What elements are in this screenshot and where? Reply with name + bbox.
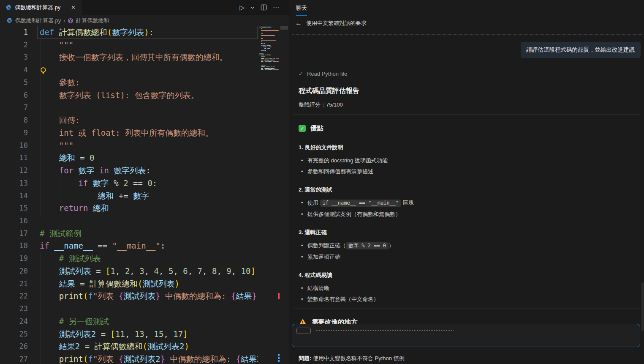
subsection-heading: 4. 程式碼易讀 xyxy=(299,271,640,279)
line-number: 21 xyxy=(0,278,28,290)
minimap-line-mark xyxy=(263,47,264,47)
symbol-method-icon xyxy=(68,18,73,24)
code-line[interactable]: 2 """ xyxy=(0,39,258,52)
minimap-line-mark xyxy=(270,47,271,47)
code-line[interactable]: 8 回傳: xyxy=(0,114,258,127)
code-line[interactable]: 24 # 另一個測試 xyxy=(0,315,258,328)
minimap-line-mark xyxy=(271,47,272,47)
code-line[interactable]: 25 測試列表2 = [11, 13, 15, 17] xyxy=(0,328,258,341)
minimap-line-mark xyxy=(275,68,275,69)
minimap[interactable] xyxy=(258,26,280,364)
chat-input-box[interactable] xyxy=(292,324,640,347)
code-text: """ xyxy=(40,39,73,52)
minimap-line-mark xyxy=(274,60,274,60)
code-text: 測試列表 = [1, 2, 3, 4, 5, 6, 7, 8, 9, 10] xyxy=(40,265,255,278)
minimap-line-mark xyxy=(261,35,275,36)
overview-ruler[interactable] xyxy=(280,26,289,364)
minimap-line-mark xyxy=(261,69,263,70)
code-text: 測試列表2 = [11, 13, 15, 17] xyxy=(40,328,188,341)
thread-title[interactable]: 使用中文繁體對話的要求 xyxy=(306,19,367,27)
minimap-line-mark xyxy=(261,68,263,69)
back-arrow-icon[interactable]: ← xyxy=(295,20,302,27)
chat-scrollbar[interactable] xyxy=(641,282,644,331)
code-line[interactable]: 5 參數: xyxy=(0,77,258,89)
editor-pane: 偶數總和計算器.py ✕ ▷ ⋯ 偶數總和計算器.py › 計算偶數總和 xyxy=(0,0,289,364)
overview-info-mark xyxy=(278,354,280,356)
section-divider xyxy=(293,115,640,115)
inline-code: if __name__ == "__main__" xyxy=(320,200,402,207)
minimap-line-mark xyxy=(271,68,274,69)
code-line[interactable]: 14 總和 += 數字 xyxy=(0,190,258,203)
run-dropdown-chevron-icon[interactable] xyxy=(250,5,255,10)
code-line[interactable]: 26 結果2 = 計算偶數總和(測試列表2) xyxy=(0,340,258,353)
code-line[interactable]: 27 print(f"列表 {測試列表2} 中偶數的總和為: {結果2}") xyxy=(0,353,258,364)
code-text: 結果2 = 計算偶數總和(測試列表2) xyxy=(40,340,189,353)
code-line[interactable]: 15 return 總和 xyxy=(0,202,258,215)
text: 有完整的 docstring 說明函式功能 xyxy=(307,157,388,164)
line-number: 23 xyxy=(0,303,28,315)
code-line[interactable]: 12 for 數字 in 數字列表: xyxy=(0,164,258,177)
minimap-line-mark xyxy=(264,43,265,44)
tab-chat[interactable]: 聊天 xyxy=(296,4,307,16)
code-line[interactable]: 3 接收一個數字列表，回傳其中所有偶數的總和。 xyxy=(0,51,258,64)
lightbulb-icon[interactable] xyxy=(40,67,47,75)
code-line[interactable]: 1def 計算偶數總和(數字列表): xyxy=(0,26,258,39)
code-text: if 數字 % 2 == 0: xyxy=(40,177,157,190)
editor-tab-bar: 偶數總和計算器.py ✕ ▷ ⋯ xyxy=(0,0,289,15)
code-line[interactable]: 19 # 測試列表 xyxy=(0,252,258,265)
breadcrumb-symbol[interactable]: 計算偶數總和 xyxy=(76,17,109,25)
minimap-line-mark xyxy=(264,50,266,51)
minimap-line-mark xyxy=(269,66,270,67)
minimap-line-mark xyxy=(265,61,267,62)
bold-label: 問題: xyxy=(299,355,311,361)
add-context-pill[interactable] xyxy=(296,328,311,334)
code-line[interactable]: 6 數字列表 (list): 包含數字的列表。 xyxy=(0,89,258,102)
code-line[interactable]: 23 xyxy=(0,303,258,315)
python-file-icon xyxy=(5,4,12,11)
minimap-line-mark xyxy=(273,61,279,62)
code-line[interactable]: 21 結果 = 計算偶數總和(測試列表) xyxy=(0,278,258,290)
minimap-line-mark xyxy=(261,61,263,62)
chat-thread-header: ← 使用中文繁體對話的要求 xyxy=(295,19,367,27)
code-text: 參數: xyxy=(40,77,80,89)
tab-label: 偶數總和計算器.py xyxy=(15,4,60,11)
code-line[interactable]: 10 """ xyxy=(0,140,258,152)
breadcrumb-file[interactable]: 偶數總和計算器.py xyxy=(15,17,61,25)
more-actions-icon[interactable]: ⋯ xyxy=(273,4,280,11)
code-line[interactable]: 7 xyxy=(0,101,258,114)
minimap-line-mark xyxy=(278,58,279,59)
code-line[interactable]: 17# 測試範例 xyxy=(0,227,258,240)
code-line[interactable]: 4 xyxy=(0,64,258,77)
list-item: 使用 if __name__ == "__main__" 區塊 xyxy=(299,199,640,207)
code-line[interactable]: 13 if 數字 % 2 == 0: xyxy=(0,177,258,190)
tab-python-file[interactable]: 偶數總和計算器.py ✕ xyxy=(0,0,82,15)
code-line[interactable]: 18if __name__ == "__main__": xyxy=(0,240,258,252)
tab-close-icon[interactable]: ✕ xyxy=(70,4,77,11)
code-editor[interactable]: 1def 計算偶數總和(數字列表):2 """3 接收一個數字列表，回傳其中所有… xyxy=(0,26,289,364)
paragraph: 問題: 使用中文變數名稱不符合 Python 慣例 xyxy=(299,355,640,362)
line-number: 1 xyxy=(0,26,28,39)
code-line[interactable]: 16 xyxy=(0,215,258,227)
minimap-line-mark xyxy=(269,58,269,59)
code-line[interactable]: 20 測試列表 = [1, 2, 3, 4, 5, 6, 7, 8, 9, 10… xyxy=(0,265,258,278)
line-number: 15 xyxy=(0,202,28,215)
minimap-line-mark xyxy=(264,60,269,60)
code-line[interactable]: 9 int 或 float: 列表中所有偶數的總和。 xyxy=(0,127,258,140)
line-number: 17 xyxy=(0,227,28,240)
minimap-line-mark xyxy=(273,58,274,59)
minimap-line-mark xyxy=(259,53,264,54)
text: 變數命名有意義（中文命名） xyxy=(307,296,379,302)
split-editor-icon[interactable] xyxy=(261,4,267,11)
minimap-line-mark xyxy=(261,38,263,39)
code-line[interactable]: 22 print(f"列表 {測試列表} 中偶數的總和為: {結果}") xyxy=(0,290,258,303)
overview-info-mark xyxy=(278,360,280,362)
code-lines: 1def 計算偶數總和(數字列表):2 """3 接收一個數字列表，回傳其中所有… xyxy=(0,26,258,364)
code-text: 接收一個數字列表，回傳其中所有偶數的總和。 xyxy=(40,51,228,64)
run-python-button[interactable]: ▷ xyxy=(239,4,245,11)
scrollbar-slider[interactable] xyxy=(280,26,288,30)
code-line[interactable]: 11 總和 = 0 xyxy=(0,152,258,164)
minimap-line-mark xyxy=(277,58,278,59)
minimap-line-mark xyxy=(261,56,265,57)
bullet-list: 結構清晰變數命名有意義（中文命名） xyxy=(299,285,640,303)
subsection-heading: 3. 邏輯正確 xyxy=(299,229,640,236)
